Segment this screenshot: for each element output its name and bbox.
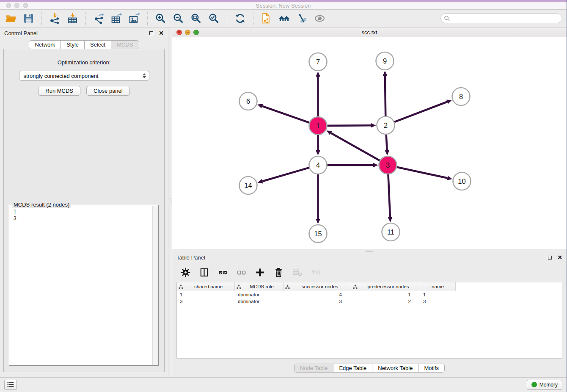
graph-node-label-2: 2 — [384, 121, 388, 129]
deselect-all-columns-icon[interactable] — [236, 267, 247, 278]
panel-splitter-horizontal[interactable] — [172, 249, 567, 252]
apply-layout-icon[interactable] — [234, 12, 247, 25]
zoom-out-icon[interactable] — [172, 12, 185, 25]
delete-column-icon[interactable] — [273, 267, 284, 278]
tab-select[interactable]: Select — [85, 41, 111, 49]
create-column-icon[interactable] — [254, 267, 266, 278]
column-header-shared-name[interactable]: shared name — [177, 282, 235, 291]
node-table: shared nameMCDS rolesuccessor nodesprede… — [176, 282, 562, 359]
table-body: 1dominator4113dominator323 — [177, 291, 562, 305]
graph-edge-1-6[interactable] — [262, 106, 309, 123]
run-mcds-button[interactable]: Run MCDS — [38, 86, 80, 96]
mcds-result-title: MCDS result (2 nodes) — [12, 202, 71, 208]
hide-panels-icon[interactable] — [295, 12, 308, 25]
graph-node-label-1: 1 — [316, 122, 320, 130]
result-scrollbar[interactable] — [152, 206, 158, 365]
column-header-predecessor-nodes[interactable]: predecessor nodes — [351, 282, 420, 291]
function-builder-icon: f(x) — [310, 267, 322, 278]
graph-arrowhead-1-4 — [316, 150, 320, 155]
panel-splitter-vertical[interactable] — [168, 28, 172, 377]
close-panel-button[interactable]: Close panel — [86, 86, 130, 96]
mcds-tab-content: Optimization criterion: strongly connect… — [3, 49, 165, 372]
column-browser-icon[interactable] — [198, 267, 210, 278]
task-history-button[interactable] — [4, 380, 17, 390]
graph-arrowhead-4-14 — [258, 179, 263, 183]
tab-style[interactable]: Style — [61, 41, 85, 49]
graph-edge-3-1[interactable] — [331, 133, 380, 160]
table-cell: 3 — [420, 299, 456, 304]
search-input[interactable] — [440, 14, 562, 23]
tab-node-table[interactable]: Node Table — [295, 364, 334, 372]
table-header-row: shared nameMCDS rolesuccessor nodesprede… — [177, 282, 562, 291]
float-panel-icon[interactable] — [149, 31, 153, 35]
close-panel-icon[interactable]: ✕ — [159, 30, 164, 36]
splitter-handle[interactable] — [366, 250, 373, 252]
network-minimize-icon[interactable]: − — [185, 30, 190, 35]
select-all-columns-icon[interactable] — [217, 267, 228, 278]
network-zoom-icon[interactable]: + — [193, 30, 199, 35]
graph-edge-2-9[interactable] — [385, 76, 385, 116]
column-type-icon — [237, 284, 242, 289]
import-table-icon[interactable] — [66, 12, 79, 25]
application-window: Session: New Session Control Panel ✕ Net… — [0, 0, 567, 392]
close-panel-icon[interactable]: ✕ — [557, 254, 562, 260]
column-header-successor-nodes[interactable]: successor nodes — [284, 282, 351, 291]
main-area: Control Panel ✕ NetworkStyleSelectMCDS O… — [0, 28, 567, 377]
svg-text:f(x): f(x) — [311, 269, 321, 276]
table-settings-icon[interactable] — [180, 267, 191, 278]
select-stepper-icon — [143, 73, 146, 78]
graph-edge-3-10[interactable] — [397, 167, 447, 178]
criterion-select[interactable]: strongly connected component — [19, 71, 149, 81]
column-header-label: name — [422, 284, 454, 289]
graph-node-label-10: 10 — [458, 177, 465, 185]
open-session-icon[interactable] — [4, 12, 17, 25]
column-type-icon — [285, 284, 291, 289]
zoom-fit-content-icon[interactable] — [190, 12, 203, 25]
list-icon — [6, 381, 15, 389]
graph-node-label-4: 4 — [316, 161, 320, 169]
table-row[interactable]: 1dominator411 — [177, 291, 562, 298]
graph-node-label-8: 8 — [459, 93, 463, 100]
graph-edge-4-14[interactable] — [262, 168, 309, 181]
right-column: × − + scc.txt 7968124314101511 Table Pan… — [172, 28, 567, 377]
float-panel-icon[interactable] — [548, 256, 552, 259]
zoom-in-icon[interactable] — [154, 12, 167, 25]
network-canvas-area[interactable]: 7968124314101511 — [172, 37, 567, 249]
tab-motifs[interactable]: Motifs — [418, 364, 444, 372]
import-network-icon[interactable] — [48, 12, 61, 25]
tab-network-table[interactable]: Network Table — [372, 364, 418, 372]
graph-edge-1-2[interactable] — [327, 125, 371, 126]
splitter-handle[interactable] — [169, 199, 171, 206]
save-session-icon[interactable] — [22, 12, 35, 25]
table-panel-title: Table Panel — [176, 254, 205, 261]
column-type-icon — [179, 284, 184, 289]
show-panels-icon[interactable] — [313, 12, 326, 25]
table-row[interactable]: 3dominator323 — [177, 298, 562, 305]
tab-network[interactable]: Network — [29, 41, 61, 49]
graph-edge-2-8[interactable] — [394, 102, 447, 122]
graph-edge-2-3[interactable] — [386, 135, 387, 150]
status-bar: Memory — [0, 377, 567, 392]
tab-mcds[interactable]: MCDS — [111, 41, 138, 49]
table-cell: dominator — [235, 299, 284, 304]
table-cell: 1 — [177, 292, 235, 297]
memory-button[interactable]: Memory — [527, 380, 562, 390]
reset-views-icon[interactable] — [278, 12, 291, 25]
network-close-icon[interactable]: × — [176, 30, 182, 35]
graph-edge-3-11[interactable] — [388, 174, 390, 217]
column-header-MCDS-role[interactable]: MCDS role — [235, 282, 284, 291]
tab-edge-table[interactable]: Edge Table — [333, 364, 372, 372]
graph-arrowhead-4-15 — [316, 219, 320, 224]
new-network-from-file-icon[interactable] — [260, 12, 273, 25]
export-network-icon[interactable] — [92, 12, 105, 25]
search-icon — [444, 15, 450, 22]
export-image-icon[interactable] — [128, 12, 141, 25]
export-table-icon[interactable] — [110, 12, 123, 25]
zoom-selected-icon[interactable] — [207, 12, 220, 25]
search-box — [440, 14, 562, 23]
table-cell: dominator — [235, 292, 284, 297]
column-header-label: successor nodes — [291, 284, 349, 289]
memory-label: Memory — [539, 382, 558, 388]
toolbar-separator — [147, 12, 148, 25]
column-header-name[interactable]: name — [420, 282, 456, 291]
